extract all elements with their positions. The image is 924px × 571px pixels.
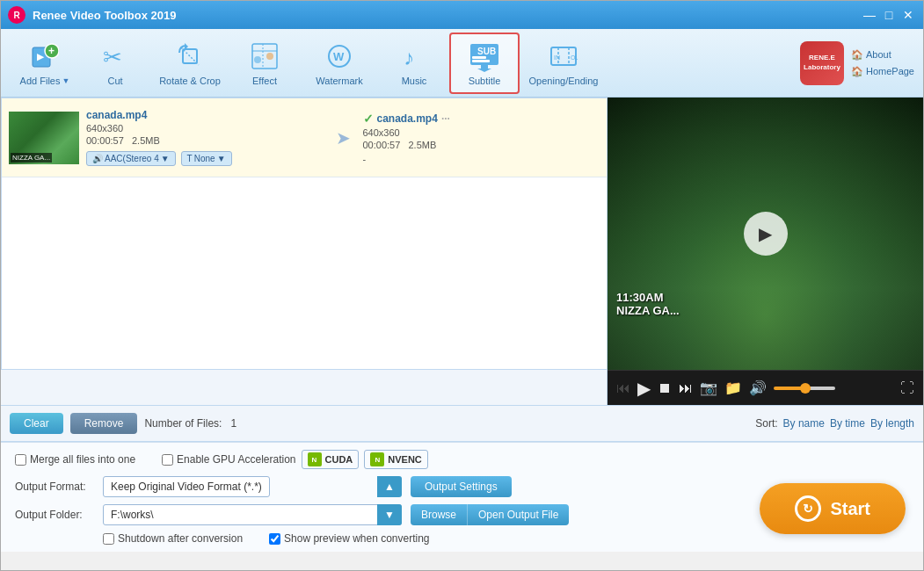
- merge-checkbox-input[interactable]: [15, 454, 26, 466]
- input-filename: canada.mp4: [86, 109, 324, 121]
- folder-dropdown-arrow[interactable]: ▼: [377, 504, 402, 525]
- toolbar-watermark[interactable]: W Watermark: [300, 33, 379, 94]
- preview-label: Show preview when converting: [284, 532, 429, 545]
- browse-button[interactable]: Browse: [411, 504, 467, 525]
- shutdown-checkbox-input[interactable]: [103, 533, 114, 545]
- remove-button[interactable]: Remove: [70, 413, 138, 434]
- restore-button[interactable]: □: [881, 7, 897, 23]
- cut-label: Cut: [107, 76, 122, 86]
- nvenc-badge[interactable]: N NVENC: [364, 450, 428, 469]
- file-controls: 🔊 AAC(Stereo 4 ▼ T None ▼: [86, 151, 324, 166]
- preview-location: NIZZA GA...: [616, 304, 680, 317]
- output-settings-button[interactable]: Output Settings: [411, 476, 512, 497]
- gpu-checkbox[interactable]: Enable GPU Acceleration: [162, 453, 295, 466]
- preview-checkbox[interactable]: Show preview when converting: [269, 532, 429, 545]
- speaker-icon: 🔊: [92, 154, 103, 163]
- cut-icon: ✂: [99, 40, 131, 72]
- homepage-link[interactable]: 🏠 HomePage: [851, 66, 914, 77]
- output-subtitle: -: [363, 154, 600, 164]
- homepage-label: HomePage: [866, 66, 914, 76]
- main-toolbar: ▶ + Add Files ▼ ✂ Cut Rotate: [1, 29, 923, 98]
- input-duration-size: 00:00:57 2.5MB: [86, 135, 324, 146]
- minimize-button[interactable]: —: [862, 7, 877, 23]
- preview-checkbox-input[interactable]: [269, 533, 280, 545]
- effect-icon: [249, 40, 280, 72]
- gpu-area: Enable GPU Acceleration N CUDA N NVENC: [162, 450, 428, 469]
- opening-ending-label: Opening/Ending: [529, 76, 599, 86]
- shutdown-checkbox[interactable]: Shutdown after conversion: [103, 532, 243, 545]
- svg-text:W: W: [333, 50, 345, 63]
- player-volume-button[interactable]: 🔊: [749, 379, 767, 396]
- start-button[interactable]: ↻ Start: [760, 483, 906, 534]
- player-camera-button[interactable]: 📷: [700, 379, 717, 396]
- watermark-icon: W: [324, 40, 355, 72]
- merge-checkbox[interactable]: Merge all files into one: [15, 453, 135, 466]
- nvenc-label: NVENC: [388, 454, 422, 465]
- homepage-icon: 🏠: [851, 66, 863, 77]
- close-button[interactable]: ✕: [900, 7, 916, 23]
- player-stop-button[interactable]: ⏹: [658, 380, 672, 396]
- cuda-label: CUDA: [325, 454, 353, 465]
- player-play-button[interactable]: ▶: [637, 378, 651, 399]
- audio-arrow: ▼: [161, 154, 170, 163]
- cuda-badge[interactable]: N CUDA: [302, 450, 360, 469]
- add-files-label: Add Files: [20, 76, 61, 86]
- merge-label: Merge all files into one: [30, 453, 135, 466]
- toolbar-music[interactable]: ♪ Music: [379, 33, 449, 94]
- svg-text:+: +: [48, 45, 55, 57]
- player-next-button[interactable]: ⏭: [679, 380, 693, 396]
- sort-by-length[interactable]: By length: [870, 417, 914, 430]
- watermark-label: Watermark: [316, 76, 362, 86]
- add-files-arrow[interactable]: ▼: [62, 76, 69, 85]
- clear-button[interactable]: Clear: [10, 413, 63, 434]
- fullscreen-button[interactable]: ⛶: [900, 380, 914, 396]
- file-input-info: canada.mp4 640x360 00:00:57 2.5MB 🔊 AAC(…: [86, 109, 324, 166]
- bottom-toolbar: Clear Remove Number of Files: 1 Sort: By…: [1, 405, 923, 442]
- opening-ending-icon: IN OUT: [548, 40, 579, 72]
- output-format-arrow: ▲: [377, 476, 402, 497]
- subtitle-file-button[interactable]: T None ▼: [181, 151, 232, 166]
- nvidia-nvenc-icon: N: [370, 452, 384, 466]
- toolbar-opening-ending[interactable]: IN OUT Opening/Ending: [520, 33, 608, 94]
- svg-point-12: [266, 53, 273, 60]
- toolbar-subtitle[interactable]: SUB Subtitle: [449, 33, 520, 94]
- toolbar-rotate-crop[interactable]: Rotate & Crop: [150, 33, 229, 94]
- gpu-checkbox-input[interactable]: [162, 454, 173, 466]
- preview-play-button[interactable]: ▶: [744, 212, 788, 256]
- toolbar-effect[interactable]: Effect: [229, 33, 300, 94]
- about-link[interactable]: 🏠 About: [851, 49, 914, 61]
- volume-thumb[interactable]: [800, 383, 811, 394]
- file-count-label: Number of Files: 1: [144, 417, 236, 430]
- rotate-crop-label: Rotate & Crop: [159, 76, 221, 86]
- open-output-button[interactable]: Open Output File: [467, 504, 569, 525]
- sort-by-time[interactable]: By time: [830, 417, 865, 430]
- toolbar-add-files[interactable]: ▶ + Add Files ▼: [10, 33, 80, 94]
- house-icon: 🏠: [851, 49, 863, 61]
- window-controls: — □ ✕: [862, 7, 916, 23]
- sort-by-name[interactable]: By name: [783, 417, 825, 430]
- file-list: NIZZA GA... canada.mp4 640x360 00:00:57 …: [1, 98, 608, 370]
- header-right: RENE.ELaboratory 🏠 About 🏠 HomePage: [800, 41, 914, 85]
- svg-text:▶: ▶: [37, 52, 45, 61]
- output-format-wrapper: Keep Original Video Format (*.*) ▲: [103, 476, 402, 497]
- output-format-select[interactable]: Keep Original Video Format (*.*): [103, 476, 270, 497]
- svg-text:✂: ✂: [103, 44, 122, 70]
- refresh-icon: ↻: [795, 495, 821, 522]
- volume-slider[interactable]: [774, 387, 835, 390]
- svg-rect-17: [472, 56, 486, 59]
- player-folder-button[interactable]: 📁: [724, 379, 742, 396]
- text-icon: T: [187, 154, 193, 163]
- output-options[interactable]: ···: [441, 112, 450, 125]
- input-resolution: 640x360: [86, 123, 324, 134]
- app-title: Renee Video Toolbox 2019: [33, 9, 862, 22]
- settings-row-1: Merge all files into one Enable GPU Acce…: [15, 450, 909, 469]
- file-thumbnail: NIZZA GA...: [9, 112, 79, 164]
- add-files-icon: ▶ +: [29, 40, 61, 72]
- toolbar-cut[interactable]: ✂ Cut: [80, 33, 150, 94]
- shutdown-label: Shutdown after conversion: [118, 532, 243, 545]
- convert-arrow: ➤: [336, 127, 351, 148]
- audio-button[interactable]: 🔊 AAC(Stereo 4 ▼: [86, 151, 176, 166]
- effect-label: Effect: [252, 76, 277, 86]
- output-folder-input[interactable]: [103, 504, 402, 525]
- player-prev-button[interactable]: ⏮: [616, 380, 630, 396]
